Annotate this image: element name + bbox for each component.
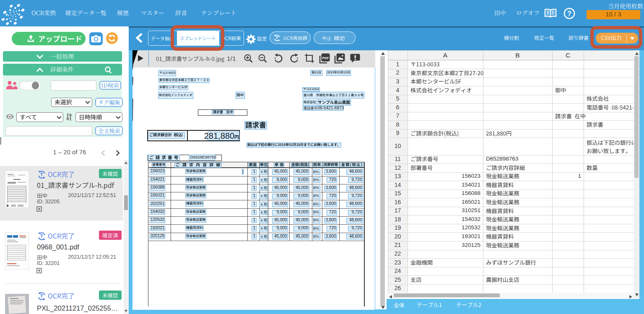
svg-text:?: ? xyxy=(567,10,571,17)
svg-text:PDF: PDF xyxy=(322,56,329,60)
